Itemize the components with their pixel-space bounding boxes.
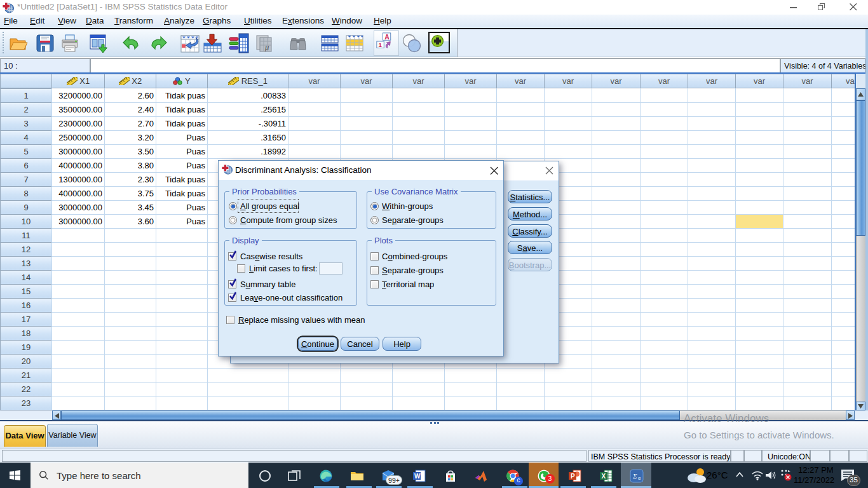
svg-text:X: X [602,473,606,480]
svg-text:μ: μ [264,42,269,51]
svg-text:P: P [571,473,575,480]
svg-text:A: A [384,33,390,41]
svg-text:Σ: Σ [632,472,637,480]
svg-text:1: 1 [379,41,383,48]
svg-text:W: W [414,473,421,480]
svg-text:α: α [638,476,641,480]
